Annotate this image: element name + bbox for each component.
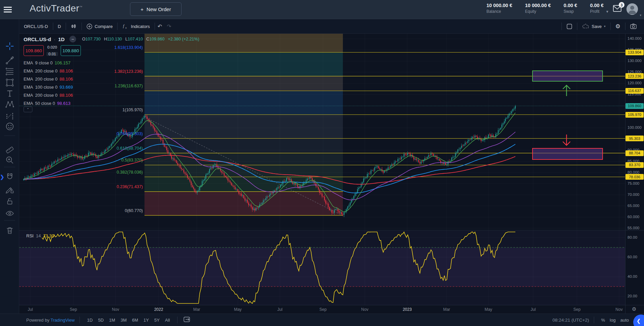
tool-forecast-icon[interactable] (5, 111, 14, 121)
time-axis-label[interactable]: Mar (193, 307, 200, 312)
go-to-date-icon[interactable] (184, 317, 191, 324)
tool-delete-icon[interactable] (5, 226, 14, 235)
tool-emoji-icon[interactable] (5, 122, 14, 131)
time-axis-label[interactable]: Jul (530, 307, 536, 312)
ema-legend-row[interactable]: EMA50 close 098.613 (24, 99, 73, 107)
menu-icon[interactable] (4, 5, 12, 13)
tool-zoom-in-icon[interactable] (5, 155, 14, 165)
tool-fib-retracement-icon[interactable] (5, 66, 14, 76)
time-axis-label[interactable]: 2023 (403, 307, 412, 312)
symbol-title[interactable]: ORCL.US-d (24, 36, 51, 42)
ema-legend-row[interactable]: EMA200 close 088.106 (24, 67, 73, 75)
avatar[interactable] (626, 3, 638, 15)
price-tick: 100.000 (627, 125, 642, 129)
time-axis-label[interactable]: May (234, 307, 242, 312)
tool-rectangle-icon[interactable] (5, 78, 14, 87)
range-1m[interactable]: 1M (106, 316, 118, 324)
mail-badge: 3 (619, 2, 624, 8)
ema-legend-row[interactable]: EMA200 close 088.106 (24, 75, 73, 83)
range-1d[interactable]: 1D (85, 316, 96, 324)
compare-button[interactable]: Compare (82, 19, 117, 33)
price-tick: 70.000 (627, 192, 639, 197)
tool-drawing-lock-icon[interactable] (5, 185, 14, 194)
ema-legend-row[interactable]: EMA200 close 088.106 (24, 91, 73, 99)
symbol-button[interactable]: ORCL.US-D (19, 19, 53, 33)
time-axis-label[interactable]: Nov (112, 307, 119, 312)
topbar: ActivTrader™ + New Order 10 000.00 €Bala… (0, 0, 644, 19)
tool-lock-icon[interactable] (5, 197, 14, 206)
time-axis-label[interactable]: Mar (443, 307, 450, 312)
time-axis-label[interactable]: Jul (28, 307, 33, 312)
pane-collapse-button[interactable]: ⌃ (24, 107, 32, 112)
time-axis-label[interactable]: Nov (615, 307, 622, 312)
clock[interactable]: 08:24:21 (UTC+2) (552, 318, 589, 323)
range-1y[interactable]: 1Y (141, 316, 152, 324)
price-chart[interactable]: ORCL.US-d · 1D − O107.730H110.130L107.41… (0, 0, 644, 326)
tool-ruler-icon[interactable] (5, 145, 14, 155)
auto-scale-button[interactable]: auto (618, 316, 631, 324)
price-tick: 75.000 (627, 181, 639, 185)
rsi-pane[interactable] (19, 231, 625, 305)
time-axis-label[interactable]: 2022 (154, 307, 163, 312)
indicators-button[interactable]: fx Indicators (118, 19, 154, 33)
brand-logo: ActivTrader™ (30, 3, 83, 14)
rsi-legend[interactable]: RSI 14 73.30 (26, 233, 54, 238)
tool-xabcd-pattern-icon[interactable] (5, 100, 14, 109)
axis-settings-gear-icon[interactable]: ⚙ (632, 306, 636, 312)
fib-level-label: 0.236(71.437) (92, 184, 143, 189)
range-5d[interactable]: 5D (95, 316, 106, 324)
redo-button[interactable]: ↷ (165, 19, 173, 33)
tool-trend-line-icon[interactable] (5, 56, 14, 65)
layout-button[interactable] (562, 19, 577, 33)
toolbar-divider (4, 220, 15, 220)
watchlist-expander-icon[interactable]: ❯ (0, 173, 4, 181)
mail-icon[interactable]: 3 (613, 5, 622, 12)
user-drawings[interactable] (533, 71, 603, 159)
ema-legend-row[interactable]: EMA100 close 093.669 (24, 83, 73, 91)
range-6m[interactable]: 6M (129, 316, 141, 324)
legend-collapse-button[interactable]: − (69, 36, 76, 42)
tool-text-icon[interactable] (5, 89, 14, 98)
tradingview-link[interactable]: TradingView (51, 318, 75, 323)
target-box-lower[interactable] (533, 148, 603, 159)
target-box-upper[interactable] (533, 71, 603, 81)
save-caret-icon: ▾ (604, 25, 606, 28)
price-tick: 140.000 (627, 36, 642, 40)
arrow-down-drawing[interactable] (563, 135, 570, 145)
undo-button[interactable]: ↶ (155, 19, 165, 33)
log-scale-button[interactable]: log (607, 316, 618, 324)
time-axis-label[interactable]: Sep (70, 307, 77, 312)
chart-settings-button[interactable]: ⚙ (611, 19, 625, 33)
interval-button[interactable]: D (53, 19, 66, 33)
new-order-label: New Order (147, 6, 171, 12)
time-axis-label[interactable]: Sep (573, 307, 580, 312)
stat-equity: 10 000.00 €Equity (525, 3, 551, 14)
range-5y[interactable]: 5Y (152, 316, 162, 324)
percent-scale-button[interactable]: % (599, 316, 608, 324)
avatar-caret-icon[interactable]: ▾ (640, 13, 641, 17)
activtrader-app: ORCL.US-d · 1D − O107.730H110.130L107.41… (0, 0, 644, 326)
range-all[interactable]: All (162, 316, 172, 324)
price-tag: 133.904 (625, 50, 644, 55)
rsi-name: RSI (26, 233, 34, 238)
save-button[interactable]: Save ▾ (577, 19, 610, 33)
buy-button[interactable]: 109.880 (61, 45, 81, 56)
new-order-button[interactable]: + New Order (130, 2, 182, 16)
spread-top: 0.020 (47, 45, 57, 49)
time-axis-label[interactable]: Jul (277, 307, 282, 312)
fib-level-label: 0.382(78.036) (92, 170, 143, 175)
tool-crosshair-icon[interactable] (5, 41, 14, 51)
tool-magnet-icon[interactable] (5, 172, 14, 182)
tool-hide-icon[interactable] (5, 209, 14, 218)
sell-button[interactable]: 109.860 (24, 45, 44, 56)
screenshot-button[interactable] (625, 19, 641, 33)
time-axis-label[interactable]: Nov (361, 307, 368, 312)
time-axis-label[interactable]: May (485, 307, 492, 312)
current-price-tag: 109.860 (625, 103, 644, 109)
profit-caret-icon[interactable]: ▼ (606, 10, 609, 13)
ema-legend-row[interactable]: EMA9 close 0106.157 (24, 59, 73, 67)
time-axis-label[interactable]: Sep (319, 307, 326, 312)
range-3m[interactable]: 3M (118, 316, 129, 324)
rsi-tick: 40.00 (627, 274, 637, 278)
chart-style-button[interactable] (66, 19, 82, 33)
